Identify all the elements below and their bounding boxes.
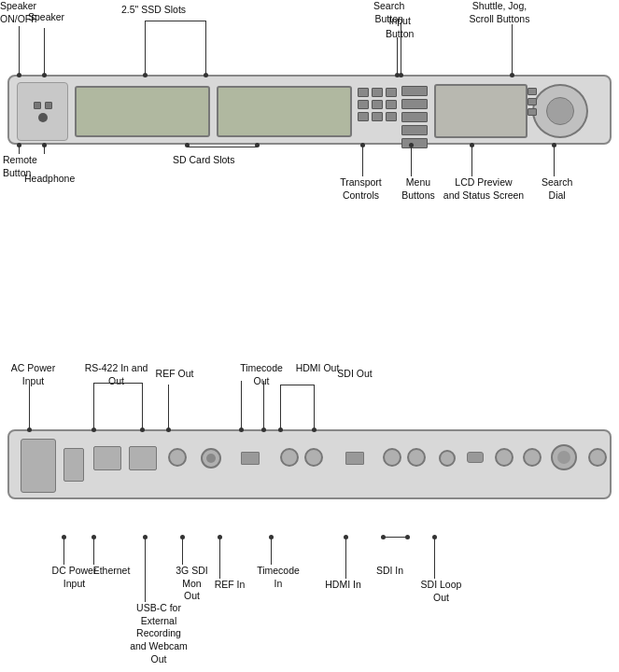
line-transport [362,145,363,176]
3g-sdi-connector [495,448,513,467]
label-input-btn: InputButton [386,15,414,40]
ref-in-connector [523,448,542,467]
dot-rs422-r [140,427,145,432]
dot-usb-c [143,535,148,539]
hdmi-in-connector [345,452,364,465]
label-sdi-out: SDI Out [327,368,383,381]
label-ac-power: AC PowerInput [7,362,59,387]
timecode-out-connector [201,448,221,469]
sdi-loop-connector [588,448,607,467]
label-speaker: Speaker [28,11,64,24]
bottom-diagram: AC PowerInput RS-422 In and Out REF Out … [0,327,619,672]
line-search-dial [554,145,555,176]
line-rs422-r [142,383,143,429]
line-timecode-out [263,381,264,429]
line-speaker-onoff [19,26,20,75]
dot-speaker-onoff [17,73,21,77]
dot-sdi-out-r [312,427,317,432]
dot-headphone [42,143,47,147]
dot-sdi-in-r [405,535,410,539]
label-search-dial: SearchDial [542,176,572,202]
line-usb-c [145,537,146,602]
ac-power-connector [21,439,56,493]
label-timecode-in: TimecodeIn [250,565,306,590]
label-transport: TransportControls [331,176,391,202]
line-menu-btns [411,145,412,176]
timecode-in-connector [551,444,577,470]
line-sd-h [187,147,257,147]
line-ref-out [168,385,169,429]
label-ssd: 2.5" SSD Slots [121,4,186,17]
label-ethernet: Ethernet [86,565,137,578]
dot-menu-btns [409,143,414,147]
ref-out-connector [168,448,187,467]
left-panel [17,82,68,141]
dot-remote [17,143,21,147]
menu-btn4 [401,125,428,135]
line-hdmi-in [345,537,346,579]
dot-sd-l [185,143,190,147]
line-sdi-out-h [280,385,314,385]
label-sdi-loop: SDI LoopOut [415,579,467,604]
line-rs422-h [93,383,142,384]
line-sdi-out-r [314,385,315,429]
line-sdi-in-h [383,537,407,538]
line-ethernet [93,537,94,565]
t-btn5 [372,100,383,109]
device-top [7,75,612,145]
dot-speaker [42,73,47,77]
label-sdi-in: SDI In [364,565,415,578]
t-btn6 [386,100,397,109]
ethernet-connector [63,448,84,482]
dot-sdi-loop [432,535,437,539]
label-rs422: RS-422 In and Out [77,362,156,387]
dot-sdi-out-l [278,427,283,432]
sdi-in-connector2 [407,448,426,467]
line-lcd-preview [471,145,472,176]
dot-ref-in [218,535,222,539]
dot-shuttle [510,73,514,77]
t-btn8 [372,112,383,121]
label-shuttle: Shuttle, Jog,Scroll Buttons [457,0,542,25]
dot-dc-power [62,535,66,539]
btn2 [45,102,52,109]
dot-lcd-preview [470,143,474,147]
t-btn9 [386,112,397,121]
label-lcd-preview: LCD Previewand Status Screen [437,176,530,202]
line-ssd-h [145,21,205,21]
dot-input-btn [395,73,400,77]
menu-btn2 [401,99,428,109]
menu-btn3 [401,112,428,122]
rs422-1-connector [93,446,121,470]
dot-ac-power [27,427,32,432]
hdmi-out-connector [241,452,260,465]
dot-rs422-l [91,427,96,432]
dc-power-connector [439,450,456,467]
t-btn3 [386,88,397,97]
line-sdi-loop [434,537,435,579]
line-ssd-r [205,21,206,75]
dot-3g-sdi [180,535,185,539]
menu-group [401,86,428,148]
lcd-preview-screen [434,84,528,138]
line-sdi-out-l [280,385,281,429]
menu-btn5 [401,138,428,148]
sdi-out-connector2 [304,448,323,467]
line-hdmi-out [241,381,242,429]
dot-ethernet [91,535,96,539]
label-headphone: Headphone [24,173,75,186]
dot-search-dial [552,143,556,147]
label-usb-c: USB-C forExternal Recordingand Webcam Ou… [121,602,196,665]
dot-ssd-r [204,73,208,77]
line-dc-power [63,537,64,565]
device-bottom [7,429,612,499]
t-btn4 [358,100,369,109]
side-btn3 [528,108,537,116]
dot-sd-r [255,143,260,147]
top-diagram: SpeakerON/OFF Speaker 2.5" SSD Slots Sea… [0,0,619,317]
dot-hdmi-in [344,535,348,539]
side-btn2 [528,98,537,105]
side-btn1 [528,88,537,95]
dot-sdi-in-l [381,535,386,539]
menu-btn1 [401,86,428,96]
